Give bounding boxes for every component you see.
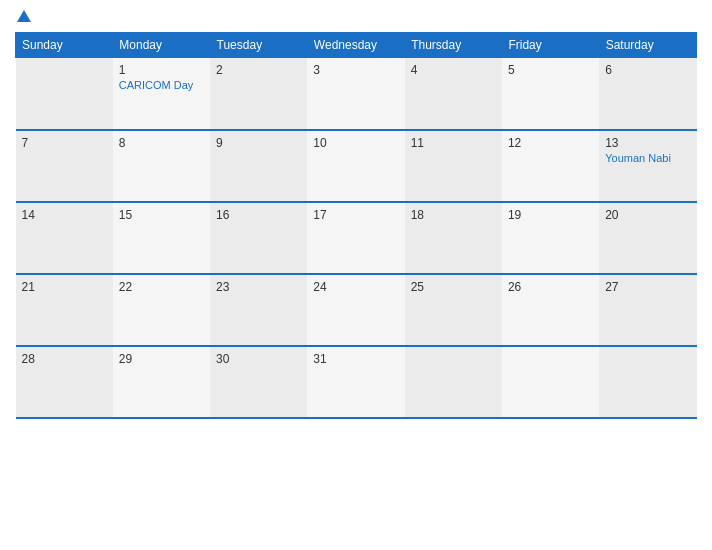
calendar-cell: 28 (16, 346, 113, 418)
calendar-cell: 14 (16, 202, 113, 274)
day-number: 18 (411, 208, 496, 222)
day-number: 6 (605, 63, 690, 77)
day-number: 31 (313, 352, 398, 366)
weekday-header-thursday: Thursday (405, 33, 502, 58)
calendar-cell: 7 (16, 130, 113, 202)
calendar-cell: 19 (502, 202, 599, 274)
day-number: 22 (119, 280, 204, 294)
weekday-header-tuesday: Tuesday (210, 33, 307, 58)
calendar-cell (502, 346, 599, 418)
event-label: CARICOM Day (119, 79, 204, 91)
header (15, 10, 697, 24)
logo (15, 10, 31, 24)
weekday-header-wednesday: Wednesday (307, 33, 404, 58)
day-number: 15 (119, 208, 204, 222)
calendar-cell: 25 (405, 274, 502, 346)
calendar-cell: 21 (16, 274, 113, 346)
calendar-table: SundayMondayTuesdayWednesdayThursdayFrid… (15, 32, 697, 419)
weekday-header-sunday: Sunday (16, 33, 113, 58)
calendar-cell: 2 (210, 58, 307, 130)
day-number: 30 (216, 352, 301, 366)
calendar-cell: 29 (113, 346, 210, 418)
week-row-5: 28293031 (16, 346, 697, 418)
calendar-cell: 18 (405, 202, 502, 274)
calendar-cell: 4 (405, 58, 502, 130)
event-label: Youman Nabi (605, 152, 690, 164)
calendar-cell: 6 (599, 58, 696, 130)
day-number: 23 (216, 280, 301, 294)
calendar-cell: 9 (210, 130, 307, 202)
day-number: 17 (313, 208, 398, 222)
day-number: 12 (508, 136, 593, 150)
day-number: 28 (22, 352, 107, 366)
calendar-cell (405, 346, 502, 418)
weekday-header-saturday: Saturday (599, 33, 696, 58)
weekday-header-monday: Monday (113, 33, 210, 58)
day-number: 1 (119, 63, 204, 77)
week-row-2: 78910111213Youman Nabi (16, 130, 697, 202)
calendar-cell: 23 (210, 274, 307, 346)
day-number: 3 (313, 63, 398, 77)
calendar-cell: 27 (599, 274, 696, 346)
weekday-header-friday: Friday (502, 33, 599, 58)
calendar-cell (16, 58, 113, 130)
day-number: 24 (313, 280, 398, 294)
day-number: 14 (22, 208, 107, 222)
day-number: 16 (216, 208, 301, 222)
day-number: 5 (508, 63, 593, 77)
calendar-cell: 5 (502, 58, 599, 130)
calendar-cell: 22 (113, 274, 210, 346)
week-row-4: 21222324252627 (16, 274, 697, 346)
calendar-cell: 15 (113, 202, 210, 274)
day-number: 4 (411, 63, 496, 77)
day-number: 25 (411, 280, 496, 294)
calendar-cell: 31 (307, 346, 404, 418)
day-number: 7 (22, 136, 107, 150)
weekday-header-row: SundayMondayTuesdayWednesdayThursdayFrid… (16, 33, 697, 58)
day-number: 11 (411, 136, 496, 150)
calendar-cell: 8 (113, 130, 210, 202)
week-row-3: 14151617181920 (16, 202, 697, 274)
calendar-cell: 17 (307, 202, 404, 274)
day-number: 21 (22, 280, 107, 294)
calendar-cell (599, 346, 696, 418)
day-number: 8 (119, 136, 204, 150)
calendar-page: SundayMondayTuesdayWednesdayThursdayFrid… (0, 0, 712, 550)
day-number: 26 (508, 280, 593, 294)
week-row-1: 1CARICOM Day23456 (16, 58, 697, 130)
day-number: 2 (216, 63, 301, 77)
calendar-cell: 11 (405, 130, 502, 202)
calendar-cell: 10 (307, 130, 404, 202)
day-number: 19 (508, 208, 593, 222)
calendar-cell: 24 (307, 274, 404, 346)
day-number: 27 (605, 280, 690, 294)
day-number: 13 (605, 136, 690, 150)
calendar-cell: 30 (210, 346, 307, 418)
calendar-cell: 12 (502, 130, 599, 202)
calendar-cell: 20 (599, 202, 696, 274)
day-number: 10 (313, 136, 398, 150)
day-number: 29 (119, 352, 204, 366)
calendar-cell: 3 (307, 58, 404, 130)
calendar-cell: 1CARICOM Day (113, 58, 210, 130)
calendar-cell: 26 (502, 274, 599, 346)
day-number: 9 (216, 136, 301, 150)
calendar-cell: 16 (210, 202, 307, 274)
day-number: 20 (605, 208, 690, 222)
logo-triangle-icon (17, 10, 31, 22)
calendar-cell: 13Youman Nabi (599, 130, 696, 202)
